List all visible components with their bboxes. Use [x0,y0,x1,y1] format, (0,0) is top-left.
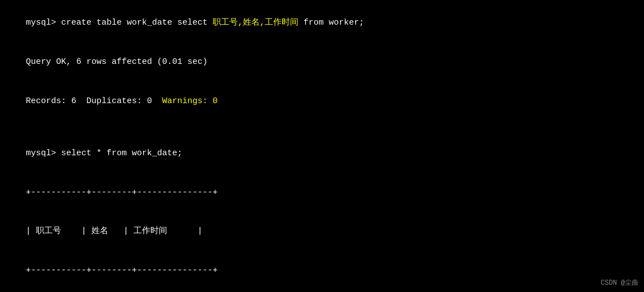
line-blank [6,120,638,133]
watermark: CSDN @尘曲 [601,278,638,289]
cmd-from: from worker; [298,18,364,27]
query-ok-text: Query OK, 6 rows affected (0.01 sec) [26,57,208,67]
sep2-text: +-----------+--------+---------------+ [26,266,218,275]
line-query-ok: Query OK, 6 rows affected (0.01 sec) [6,43,638,82]
prompt2-text: mysql> [26,149,61,158]
table-row: | 1001 | 张三 | 2015-05-04 | [6,290,638,293]
sep1-text: +-----------+--------+---------------+ [26,188,218,197]
line-sep1: +-----------+--------+---------------+ [6,173,638,212]
line-sep2: +-----------+--------+---------------+ [6,251,638,290]
line-prompt-create: mysql> create table work_date select 职工号… [6,3,638,43]
chinese-cols: 职工号,姓名,工作时间 [213,18,298,27]
header-text: | 职工号 | 姓名 | 工作时间 | [26,226,203,236]
line-records: Records: 6 Duplicates: 0 Warnings: 0 [6,82,638,121]
warnings-text: Warnings: 0 [162,96,218,106]
watermark-text: CSDN @尘曲 [601,279,638,287]
line-prompt-select: mysql> select * from work_date; [6,134,638,173]
cmd-select: select * from work_date; [61,149,182,158]
records-text: Records: 6 Duplicates: 0 [26,96,162,106]
cmd-create: create table work_date select [61,18,213,27]
line-header: | 职工号 | 姓名 | 工作时间 | [6,212,638,251]
terminal-window: mysql> create table work_date select 职工号… [0,0,644,292]
prompt-text: mysql> [26,18,61,27]
